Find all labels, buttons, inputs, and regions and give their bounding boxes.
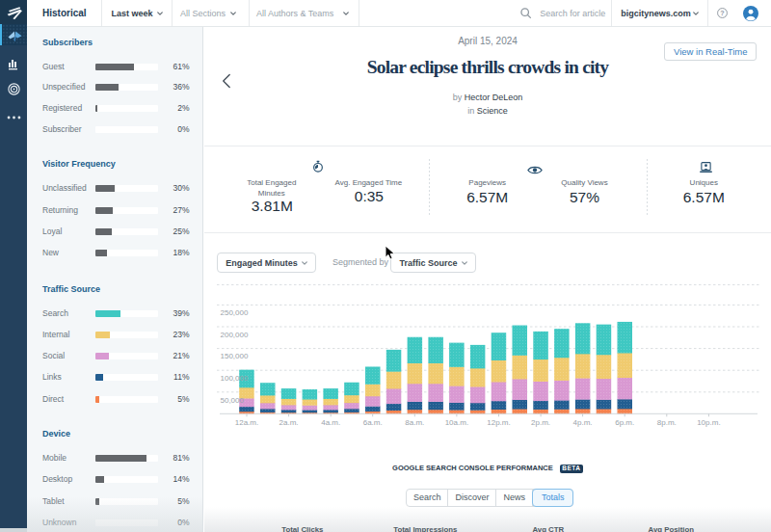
svg-text:2a.m.: 2a.m. <box>279 418 299 427</box>
svg-text:150,000: 150,000 <box>221 352 249 360</box>
svg-text:10p.m.: 10p.m. <box>697 418 720 427</box>
svg-text:10a.m.: 10a.m. <box>445 418 468 427</box>
svg-text:2p.m.: 2p.m. <box>531 418 550 427</box>
svg-text:8a.m.: 8a.m. <box>405 418 424 427</box>
svg-text:12a.m.: 12a.m. <box>235 418 258 427</box>
svg-text:50,000: 50,000 <box>221 396 245 405</box>
svg-text:?: ? <box>720 10 724 17</box>
svg-text:4p.m.: 4p.m. <box>573 418 593 427</box>
svg-text:12p.m.: 12p.m. <box>487 418 510 427</box>
svg-text:4a.m.: 4a.m. <box>321 418 340 427</box>
svg-text:8p.m.: 8p.m. <box>657 418 677 427</box>
svg-text:100,000: 100,000 <box>221 374 249 383</box>
svg-text:200,000: 200,000 <box>221 331 249 339</box>
svg-text:6a.m.: 6a.m. <box>363 418 383 427</box>
svg-text:6p.m.: 6p.m. <box>615 418 634 427</box>
svg-text:250,000: 250,000 <box>221 308 249 317</box>
